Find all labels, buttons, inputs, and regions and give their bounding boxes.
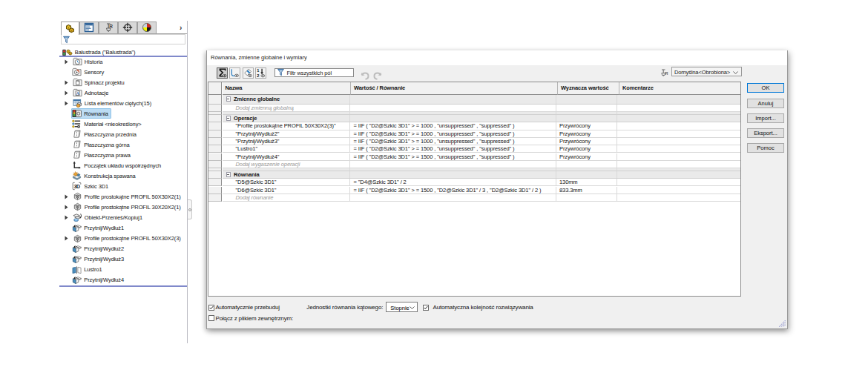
svg-text:3D: 3D: [74, 184, 80, 189]
svg-text:1: 1: [257, 69, 259, 73]
svg-text:A: A: [76, 91, 79, 96]
svg-text:2: 2: [257, 73, 259, 78]
svg-text:R: R: [109, 24, 113, 30]
svg-text:R: R: [665, 71, 668, 76]
